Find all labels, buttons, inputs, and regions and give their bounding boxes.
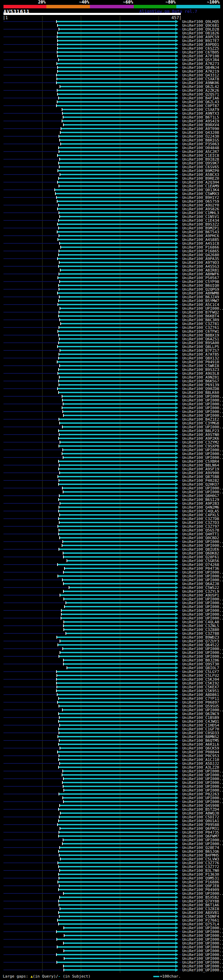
hsp-bar[interactable] — [58, 476, 175, 477]
hsp-bar[interactable] — [60, 503, 175, 504]
hsp-bar[interactable] — [57, 686, 175, 687]
hsp-bar[interactable] — [58, 564, 175, 565]
hsp-bar[interactable] — [59, 851, 175, 852]
hsp-bar[interactable] — [57, 63, 175, 64]
hsp-bar[interactable] — [63, 403, 175, 405]
hsp-bar[interactable] — [61, 143, 175, 145]
hsp-bar[interactable] — [64, 893, 175, 894]
hsp-bar[interactable] — [63, 545, 175, 546]
hsp-bar[interactable] — [59, 518, 175, 519]
hsp-bar[interactable] — [60, 350, 175, 351]
hsp-bar[interactable] — [58, 71, 175, 72]
hsp-bar[interactable] — [59, 369, 175, 370]
hsp-bar[interactable] — [63, 487, 175, 489]
hsp-bar[interactable] — [64, 789, 175, 791]
hsp-bar[interactable] — [63, 552, 175, 554]
hsp-bar[interactable] — [59, 889, 175, 890]
hsp-bar[interactable] — [59, 522, 175, 523]
hsp-bar[interactable] — [61, 813, 175, 814]
hsp-bar[interactable] — [59, 334, 175, 336]
hsp-bar[interactable] — [57, 682, 175, 684]
hsp-bar[interactable] — [67, 560, 175, 562]
hsp-bar[interactable] — [59, 755, 175, 756]
hsp-bar[interactable] — [64, 935, 175, 936]
hsp-bar[interactable] — [60, 159, 175, 160]
hsp-bar[interactable] — [59, 315, 175, 317]
hsp-bar[interactable] — [61, 617, 175, 619]
hsp-bar[interactable] — [63, 453, 175, 454]
hsp-bar[interactable] — [61, 323, 175, 325]
hsp-bar[interactable] — [58, 224, 175, 225]
hsp-bar[interactable] — [58, 373, 175, 374]
hsp-bar[interactable] — [59, 912, 175, 913]
hsp-bar[interactable] — [58, 51, 175, 53]
hsp-bar[interactable] — [59, 384, 175, 385]
hsp-bar[interactable] — [60, 640, 175, 642]
hsp-bar[interactable] — [59, 300, 175, 301]
hsp-bar[interactable] — [59, 816, 175, 818]
hsp-bar[interactable] — [59, 533, 175, 535]
hsp-bar[interactable] — [59, 151, 175, 152]
hsp-bar[interactable] — [65, 606, 175, 607]
hsp-bar[interactable] — [61, 128, 175, 129]
hsp-bar[interactable] — [59, 430, 175, 431]
hsp-bar[interactable] — [59, 820, 175, 821]
hsp-bar[interactable] — [58, 361, 175, 363]
hsp-bar[interactable] — [57, 75, 175, 76]
hsp-bar[interactable] — [59, 288, 175, 290]
hsp-bar[interactable] — [63, 449, 175, 450]
hsp-bar[interactable] — [60, 847, 175, 848]
hsp-bar[interactable] — [58, 824, 175, 825]
hsp-bar[interactable] — [58, 170, 175, 172]
hsp-bar[interactable] — [63, 457, 175, 458]
hsp-bar[interactable] — [59, 327, 175, 328]
hsp-bar[interactable] — [63, 786, 175, 787]
hsp-bar[interactable] — [58, 702, 175, 703]
hsp-bar[interactable] — [64, 778, 175, 780]
hsp-bar[interactable] — [60, 174, 175, 175]
hsp-bar[interactable] — [59, 923, 175, 925]
hsp-bar[interactable] — [59, 480, 175, 481]
hsp-bar[interactable] — [59, 97, 175, 99]
hsp-bar[interactable] — [63, 407, 175, 409]
hsp-bar[interactable] — [59, 866, 175, 867]
hsp-bar[interactable] — [60, 748, 175, 749]
hsp-bar[interactable] — [64, 942, 175, 944]
hsp-bar[interactable] — [60, 537, 175, 538]
hsp-bar[interactable] — [60, 870, 175, 871]
hsp-bar[interactable] — [59, 285, 175, 286]
hsp-bar[interactable] — [63, 399, 175, 401]
hsp-bar[interactable] — [57, 675, 175, 676]
hsp-bar[interactable] — [58, 90, 175, 91]
hsp-bar[interactable] — [59, 655, 175, 657]
hsp-bar[interactable] — [60, 763, 175, 764]
hsp-bar[interactable] — [59, 392, 175, 393]
hsp-bar[interactable] — [60, 828, 175, 829]
hsp-bar[interactable] — [59, 250, 175, 252]
hsp-bar[interactable] — [59, 549, 175, 550]
hsp-bar[interactable] — [64, 801, 175, 802]
hsp-bar[interactable] — [64, 591, 175, 592]
hsp-bar[interactable] — [58, 388, 175, 389]
hsp-bar[interactable] — [58, 239, 175, 240]
hsp-bar[interactable] — [59, 212, 175, 213]
hsp-bar[interactable] — [58, 881, 175, 883]
hsp-bar[interactable] — [59, 832, 175, 833]
hsp-bar[interactable] — [62, 614, 175, 615]
hsp-bar[interactable] — [59, 916, 175, 917]
hsp-bar[interactable] — [61, 269, 175, 271]
hsp-bar[interactable] — [59, 296, 175, 298]
hsp-bar[interactable] — [59, 312, 175, 313]
hsp-bar[interactable] — [63, 843, 175, 845]
hsp-bar[interactable] — [59, 767, 175, 768]
hsp-bar[interactable] — [58, 277, 175, 278]
hsp-bar[interactable] — [58, 331, 175, 332]
hsp-bar[interactable] — [60, 365, 175, 366]
hsp-bar[interactable] — [59, 254, 175, 256]
hsp-bar[interactable] — [59, 759, 175, 760]
hsp-bar[interactable] — [65, 568, 175, 569]
hsp-bar[interactable] — [63, 839, 175, 841]
hsp-bar[interactable] — [59, 273, 175, 275]
hsp-bar[interactable] — [57, 679, 175, 680]
hsp-bar[interactable] — [63, 541, 175, 542]
